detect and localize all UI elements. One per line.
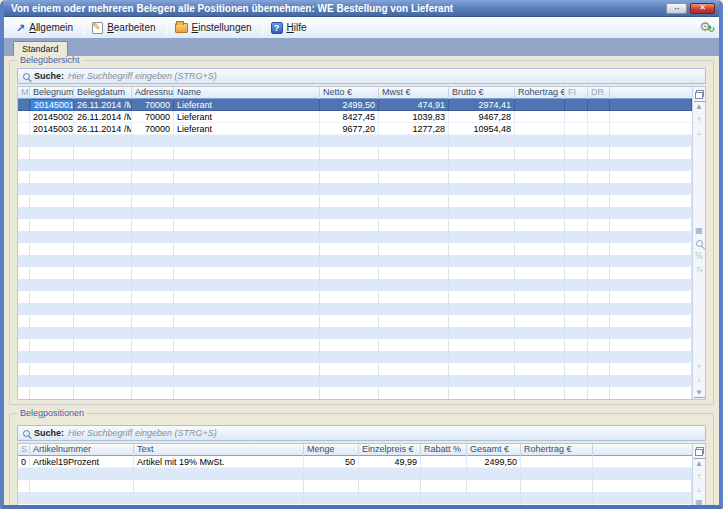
cell-belegnummer — [30, 267, 74, 279]
scale-a-icon[interactable]: ⅚ — [694, 251, 705, 262]
cell-fi — [565, 363, 588, 375]
table-row[interactable]: 2014500326.11.2014 /Mi70000Lieferant9677… — [18, 123, 692, 135]
column-header-mwst[interactable]: Mwst € — [379, 87, 449, 99]
cell-brutto — [449, 183, 515, 195]
column-header-belegdatum[interactable]: Belegdatum — [74, 87, 132, 99]
column-chooser-icon[interactable] — [694, 88, 705, 99]
column-header-text[interactable]: Text — [134, 444, 304, 456]
cell-gesamt — [467, 480, 521, 492]
cell-_fill — [610, 327, 692, 339]
page-down-icon[interactable]: ▿ — [694, 361, 705, 372]
column-header-rohertrag[interactable]: Rohertrag € — [521, 444, 593, 456]
cell-_fill — [610, 291, 692, 303]
cell-netto — [320, 279, 379, 291]
column-header-_fill[interactable] — [593, 444, 692, 456]
empty-row — [18, 492, 692, 504]
column-header-_fill[interactable] — [610, 87, 692, 99]
cell-_fill — [610, 387, 692, 399]
cell-_fill — [610, 207, 692, 219]
titlebar[interactable]: Von einem oder mehreren Belegen alle Pos… — [4, 0, 719, 17]
page-up-icon[interactable]: ▵ — [694, 127, 705, 138]
column-header-einzelpreis[interactable]: Einzelpreis € — [359, 444, 421, 456]
cell-mwst — [379, 195, 449, 207]
column-header-fi[interactable]: FI — [565, 87, 588, 99]
group-beleguebersicht: Belegübersicht Suche: Hier Suchbegriff e… — [9, 60, 714, 405]
menu-item-bearbeiten[interactable]: Bearbeiten — [86, 20, 163, 36]
column-header-netto[interactable]: Netto € — [320, 87, 379, 99]
cell-rohertrag — [515, 147, 565, 159]
cell-adressnummer — [132, 327, 174, 339]
menu-item-hilfe[interactable]: ? Hilfe — [265, 20, 315, 36]
cell-netto — [320, 135, 379, 147]
menu-item-einstellungen[interactable]: Einstellungen — [169, 20, 260, 35]
cell-fi — [565, 315, 588, 327]
cell-_fill — [610, 99, 692, 111]
column-header-menge[interactable]: Menge — [304, 444, 359, 456]
cell-belegnummer — [30, 195, 74, 207]
search-icon — [23, 430, 30, 437]
beleg-search-input[interactable]: Suche: Hier Suchbegriff eingeben (STRG+S… — [17, 68, 706, 84]
column-header-adressnummer[interactable]: Adressnumm — [132, 87, 174, 99]
row-up-icon[interactable]: ↑ — [694, 114, 705, 125]
tab-standard[interactable]: Standard — [13, 41, 68, 56]
column-header-rohertrag[interactable]: Rohertrag € — [515, 87, 565, 99]
window-restore-button[interactable]: ↔ — [666, 3, 687, 14]
empty-row — [18, 303, 692, 315]
column-header-rabatt[interactable]: Rabatt % — [421, 444, 467, 456]
empty-row — [18, 387, 692, 399]
refresh-settings-gear-icon[interactable]: ⚙ — [697, 19, 713, 35]
scroll-bottom-icon[interactable]: ▼ — [694, 387, 705, 398]
cell-name — [174, 183, 320, 195]
cell-m — [18, 195, 30, 207]
scale-b-icon[interactable]: ⅞ — [694, 264, 705, 275]
cell-belegdatum — [74, 327, 132, 339]
column-chooser-icon[interactable] — [694, 445, 705, 456]
table-row[interactable]: 0Artikel19ProzentArtikel mit 19% MwSt.50… — [18, 456, 692, 468]
column-header-m[interactable]: M — [18, 87, 30, 99]
table-header-row: MBelegnummeBelegdatumAdressnummNameNetto… — [18, 87, 692, 99]
cell-brutto — [449, 363, 515, 375]
magnifier-icon[interactable] — [694, 238, 705, 249]
cell-rohertrag — [521, 492, 593, 504]
cell-belegdatum — [74, 315, 132, 327]
cell-_fill — [593, 480, 692, 492]
column-header-name[interactable]: Name — [174, 87, 320, 99]
cell-netto — [320, 387, 379, 399]
cell-text — [134, 468, 304, 480]
column-header-artikelnummer[interactable]: Artikelnummer — [30, 444, 134, 456]
window-close-button[interactable]: ✕ — [690, 3, 715, 14]
cell-dr — [588, 351, 610, 363]
cell-m — [18, 243, 30, 255]
position-search-input[interactable]: Suche: Hier Suchbegriff eingeben (STRG+S… — [17, 425, 706, 441]
empty-row — [18, 255, 692, 267]
cell-name — [174, 291, 320, 303]
cell-s — [18, 504, 30, 505]
cell-rohertrag — [521, 456, 593, 468]
row-up-icon[interactable]: ↑ — [694, 471, 705, 482]
cell-dr — [588, 231, 610, 243]
column-header-brutto[interactable]: Brutto € — [449, 87, 515, 99]
scroll-top-icon[interactable]: ▲ — [694, 101, 705, 112]
table-row[interactable]: 2014500226.11.2014 /Mi70000Lieferant8427… — [18, 111, 692, 123]
scroll-top-icon[interactable]: ▲ — [694, 458, 705, 469]
cell-m — [18, 231, 30, 243]
table-row[interactable]: 2014500126.11.2014 /Mi70000Lieferant2499… — [18, 99, 692, 111]
column-header-gesamt[interactable]: Gesamt € — [467, 444, 521, 456]
grid-settings-icon[interactable]: ▦ — [694, 497, 705, 505]
menu-item-allgemein[interactable]: ↗ Allgemein — [10, 20, 81, 35]
search-placeholder: Hier Suchbegriff eingeben (STRG+S) — [68, 71, 217, 81]
cell-belegnummer — [30, 351, 74, 363]
grid-settings-icon[interactable]: ▦ — [694, 225, 705, 236]
empty-row — [18, 171, 692, 183]
cell-gesamt — [467, 504, 521, 505]
row-down-icon[interactable]: ↓ — [694, 374, 705, 385]
cell-rohertrag — [521, 504, 593, 505]
page-up-icon[interactable]: ▵ — [694, 484, 705, 495]
cell-fi — [565, 255, 588, 267]
cell-rohertrag — [515, 159, 565, 171]
column-header-s[interactable]: S — [18, 444, 30, 456]
column-header-belegnummer[interactable]: Belegnumme — [30, 87, 74, 99]
cell-mwst: 1039,83 — [379, 111, 449, 123]
cell-adressnummer — [132, 159, 174, 171]
column-header-dr[interactable]: DR — [588, 87, 610, 99]
